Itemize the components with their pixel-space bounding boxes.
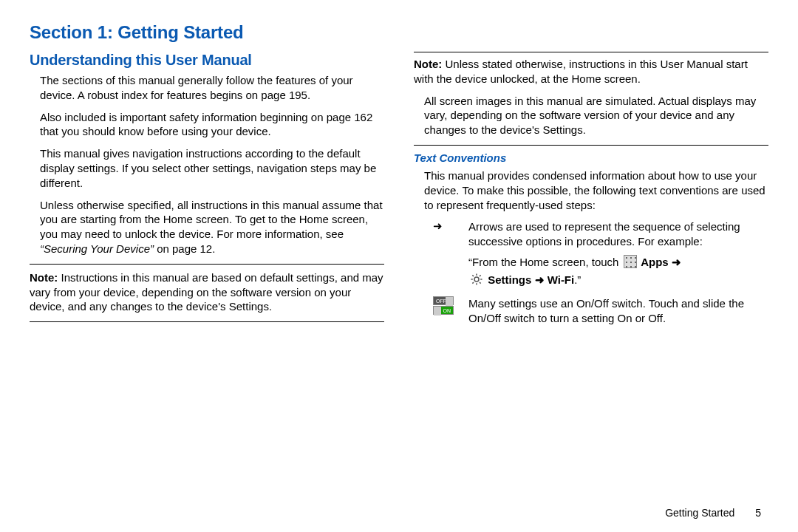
divider — [30, 321, 384, 322]
right-column: Note: Unless stated otherwise, instructi… — [414, 52, 768, 333]
wifi-label: Wi-Fi — [545, 273, 575, 286]
two-column-layout: Understanding this User Manual The secti… — [30, 52, 768, 333]
footer-page-number: 5 — [755, 507, 761, 519]
apps-grid-icon — [624, 255, 637, 268]
paragraph: The sections of this manual generally fo… — [40, 73, 384, 103]
cross-reference: “Securing Your Device” — [40, 242, 154, 255]
subheading-text-conventions: Text Conventions — [414, 151, 768, 164]
switch-off-label: OFF — [433, 296, 454, 305]
divider — [414, 52, 768, 52]
note-text: Instructions in this manual are based on… — [30, 271, 383, 313]
footer-chapter: Getting Started — [665, 507, 734, 519]
manual-page: Section 1: Getting Started Understanding… — [0, 0, 798, 532]
paragraph: Unless otherwise specified, all instruct… — [40, 198, 384, 256]
convention-text: Arrows are used to represent the sequenc… — [468, 219, 768, 249]
paragraph: Also included is important safety inform… — [40, 110, 384, 140]
note-block: Note: Instructions in this manual are ba… — [30, 270, 384, 314]
divider — [414, 145, 768, 146]
section-title: Section 1: Getting Started — [30, 22, 768, 43]
onoff-switch-icon: OFF ON — [433, 296, 458, 326]
switch-on-label: ON — [433, 306, 454, 315]
svg-line-7 — [472, 282, 474, 284]
convention-example: “From the Home screen, touch Apps ➜ Sett… — [414, 253, 768, 289]
settings-label: Settings — [485, 273, 535, 286]
note-block: Note: Unless stated otherwise, instructi… — [414, 57, 768, 86]
subheading-understanding: Understanding this User Manual — [30, 52, 384, 69]
convention-row-switch: OFF ON Many settings use an On/Off switc… — [414, 296, 768, 326]
svg-line-6 — [480, 282, 481, 284]
arrow-symbol: ➜ — [433, 219, 458, 249]
svg-line-5 — [472, 275, 474, 276]
paragraph: This manual gives navigation instruction… — [40, 146, 384, 190]
convention-row-arrow: ➜ Arrows are used to represent the seque… — [414, 219, 768, 249]
left-column: Understanding this User Manual The secti… — [30, 52, 384, 333]
settings-gear-icon — [470, 273, 483, 286]
note-text: Unless stated otherwise, instructions in… — [414, 58, 748, 85]
svg-line-8 — [480, 275, 481, 276]
note-label: Note: — [30, 271, 58, 284]
convention-text: Many settings use an On/Off switch. Touc… — [468, 296, 768, 326]
divider — [30, 264, 384, 265]
arrow-icon: ➜ — [672, 256, 681, 268]
page-footer: Getting Started 5 — [665, 507, 761, 519]
note-label: Note: — [414, 58, 442, 70]
paragraph: All screen images in this manual are sim… — [414, 94, 768, 137]
apps-label: Apps — [638, 256, 672, 268]
svg-point-0 — [474, 277, 479, 282]
text-run: Unless otherwise specified, all instruct… — [40, 199, 383, 241]
paragraph: This manual provides condensed informati… — [414, 168, 768, 212]
text-run: on page 12. — [154, 242, 215, 255]
text-run: .” — [574, 273, 581, 286]
text-run: “From the Home screen, touch — [468, 256, 622, 268]
arrow-icon: ➜ — [535, 273, 545, 286]
